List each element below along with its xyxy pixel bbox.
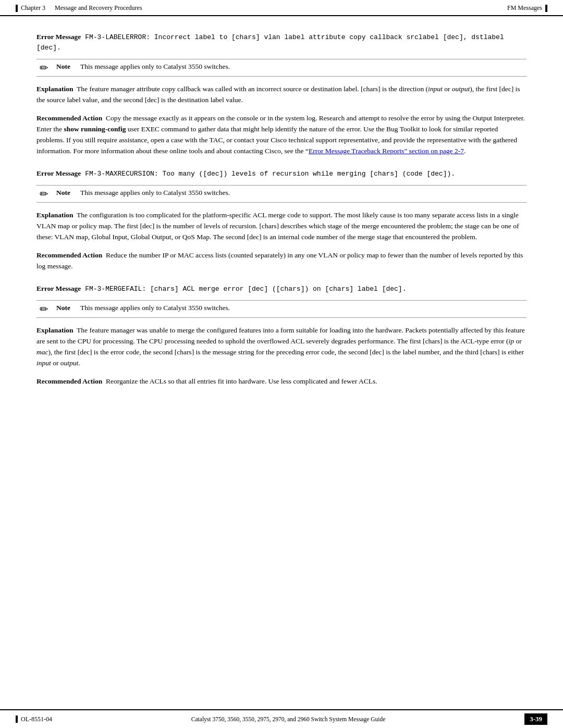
header-section-label: FM Messages xyxy=(507,4,542,12)
input-italic-1: input xyxy=(428,85,443,93)
main-content: Error Message FM-3-LABELERROR: Incorrect… xyxy=(0,16,563,430)
error-block-mergefail: Error Message FM-3-MERGEFAIL: [chars] AC… xyxy=(36,283,527,387)
note-pencil-icon-1: ✏ xyxy=(36,63,51,73)
show-command: show running-config xyxy=(64,125,126,133)
explanation-para-3: Explanation The feature manager was unab… xyxy=(36,325,527,369)
footer-bar-icon xyxy=(16,715,18,723)
note-text-2: This message applies only to Catalyst 35… xyxy=(80,189,527,197)
footer-doc-number: OL-8551-04 xyxy=(21,715,52,723)
explanation-label-1: Explanation xyxy=(36,85,74,93)
em-code-3: FM-3-MERGEFAIL: [chars] ACL merge error … xyxy=(81,285,406,293)
note-box-1: ✏ Note This message applies only to Cata… xyxy=(36,59,527,77)
action-label-3: Recommended Action xyxy=(36,377,102,385)
note-label-2: Note xyxy=(56,189,75,197)
em-code-1: FM-3-LABELERROR: Incorrect label to [cha… xyxy=(36,33,504,52)
error-block-labelerror: Error Message FM-3-LABELERROR: Incorrect… xyxy=(36,32,527,157)
action-label-2: Recommended Action xyxy=(36,251,102,259)
error-message-maxrecursion: Error Message FM-3-MAXRECURSION: Too man… xyxy=(36,168,527,179)
footer-center-text: Catalyst 3750, 3560, 3550, 2975, 2970, a… xyxy=(191,716,385,722)
error-message-mergefail: Error Message FM-3-MERGEFAIL: [chars] AC… xyxy=(36,283,527,294)
header-bar-icon xyxy=(16,5,18,12)
note-label-1: Note xyxy=(56,63,75,71)
em-label-3: Error Message xyxy=(36,285,81,292)
header-right-bar-icon xyxy=(545,5,547,12)
action-label-1: Recommended Action xyxy=(36,114,102,122)
input-italic-3: input xyxy=(36,359,51,367)
error-message-labelerror: Error Message FM-3-LABELERROR: Incorrect… xyxy=(36,32,527,53)
note-pencil-icon-3: ✏ xyxy=(36,304,51,314)
em-code-2: FM-3-MAXRECURSION: Too many ([dec]) leve… xyxy=(81,170,455,178)
em-label-1: Error Message xyxy=(36,33,81,41)
page-header: Chapter 3 Message and Recovery Procedure… xyxy=(0,0,563,16)
explanation-para-2: Explanation The configuration is too com… xyxy=(36,210,527,243)
output-italic-1: output xyxy=(452,85,470,93)
note-text-1: This message applies only to Catalyst 35… xyxy=(80,63,527,71)
explanation-para-1: Explanation The feature manager attribut… xyxy=(36,84,527,106)
error-block-maxrecursion: Error Message FM-3-MAXRECURSION: Too man… xyxy=(36,168,527,272)
footer-page-number: 3-39 xyxy=(524,713,547,725)
explanation-label-3: Explanation xyxy=(36,326,74,334)
header-chapter-title: Message and Recovery Procedures xyxy=(55,4,142,12)
em-label-2: Error Message xyxy=(36,169,81,177)
action-para-2: Recommended Action Reduce the number IP … xyxy=(36,250,527,272)
output-italic-3: output xyxy=(60,359,79,367)
action-para-1: Recommended Action Copy the message exac… xyxy=(36,113,527,157)
header-left: Chapter 3 Message and Recovery Procedure… xyxy=(16,4,142,12)
explanation-label-2: Explanation xyxy=(36,211,74,219)
traceback-link[interactable]: Error Message Traceback Reports” section… xyxy=(309,147,464,155)
ip-italic: ip xyxy=(509,337,515,345)
header-chapter: Chapter 3 xyxy=(21,4,45,12)
note-text-3: This message applies only to Catalyst 35… xyxy=(80,304,527,312)
page-footer: OL-8551-04 Catalyst 3750, 3560, 3550, 29… xyxy=(0,709,563,728)
note-label-3: Note xyxy=(56,304,75,312)
action-para-3: Recommended Action Reorganize the ACLs s… xyxy=(36,376,527,387)
header-right: FM Messages xyxy=(507,4,547,12)
note-pencil-icon-2: ✏ xyxy=(36,189,51,199)
note-box-3: ✏ Note This message applies only to Cata… xyxy=(36,300,527,318)
mac-italic: mac xyxy=(36,348,48,356)
note-box-2: ✏ Note This message applies only to Cata… xyxy=(36,185,527,203)
footer-left: OL-8551-04 xyxy=(16,715,52,723)
footer-center: Catalyst 3750, 3560, 3550, 2975, 2970, a… xyxy=(191,716,385,722)
